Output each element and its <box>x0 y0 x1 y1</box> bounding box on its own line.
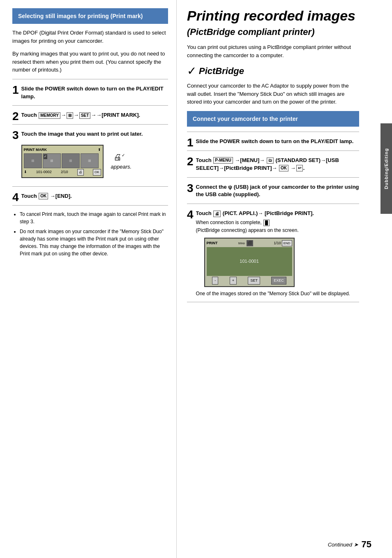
screen-print-mark-label: PRINT MARK <box>24 147 47 153</box>
left-step4-content: Touch OK →[END]. <box>21 192 168 200</box>
left-step2-content: Touch MEMORY→⊞→SET→→[PRINT MARK]. <box>21 111 168 119</box>
left-step1-num: 1 <box>12 84 19 96</box>
right-column: Printing recorded images (PictBridge com… <box>177 0 380 558</box>
pictbridge-connect-icon: █ <box>263 220 270 226</box>
pict-appli-btn: 🖨 <box>213 211 221 217</box>
right-intro: You can print out pictures using a PictB… <box>187 43 359 59</box>
bullet-1: To cancel Print mark, touch the image ag… <box>20 211 168 225</box>
pb-exec-btn: EXEC <box>271 277 286 285</box>
screen-icon-up: ⬆ <box>98 147 101 153</box>
page-title-sub: (PictBridge compliant printer) <box>187 27 359 37</box>
right-step4-after: One of the images stored on the "Memory … <box>196 290 359 297</box>
bullet-list: To cancel Print mark, touch the image ag… <box>12 211 168 257</box>
pictbridge-text: PictBridge <box>199 66 244 76</box>
left-column: Selecting still images for printing (Pri… <box>0 0 177 558</box>
right-step-2: 2 Touch P-MENU →[MENU]→ 🗂 (STANDARD SET)… <box>187 156 359 172</box>
right-section-header: Connect your camcorder to the printer <box>187 111 359 127</box>
right-step3-content: Connect the ψ (USB) jack of your camcord… <box>196 183 359 199</box>
thumb-3: ▦ <box>62 153 80 168</box>
right-step2-content: Touch P-MENU →[MENU]→ 🗂 (STANDARD SET)→[… <box>196 156 359 172</box>
pb-screen-top: PRINT trino ⬛ 1/10 END <box>207 240 292 247</box>
left-step4-num: 4 <box>12 192 19 203</box>
right-step4-content: Touch 🖨 (PICT. APPLI.)→ [PictBridge PRIN… <box>196 209 359 298</box>
screen-code: 101-0002 <box>36 169 52 175</box>
right-step2-num: 2 <box>187 156 194 167</box>
pb-end-btn: END <box>282 240 292 247</box>
left-step3-content: Touch the image that you want to print o… <box>21 130 168 181</box>
left-step-3: 3 Touch the image that you want to print… <box>12 130 168 181</box>
pb-print-label: PRINT <box>207 241 218 246</box>
sidebar-tab: Dubbing/Editing <box>380 123 392 214</box>
right-step-3: 3 Connect the ψ (USB) jack of your camco… <box>187 183 359 199</box>
appears-text: appears. <box>111 163 132 171</box>
right-step1-num: 1 <box>187 137 194 148</box>
screen-icon-down: ⬇ <box>24 169 27 175</box>
right-step-4: 4 Touch 🖨 (PICT. APPLI.)→ [PictBridge PR… <box>187 209 359 298</box>
set-button: SET <box>79 112 90 119</box>
pb-counter: 1/10 <box>274 241 281 246</box>
right-step-1: 1 Slide the POWER switch down to turn on… <box>187 137 359 146</box>
pmenu-button: P-MENU <box>213 157 233 164</box>
page-number: 75 <box>362 539 371 550</box>
print-mark-badge: ✓ <box>44 154 47 159</box>
left-intro-2: By marking images that you want to print… <box>12 50 168 74</box>
screen-ok-btn: OK <box>93 169 101 176</box>
page-footer: Continued ➤ 75 <box>328 539 371 550</box>
left-step1-content: Slide the POWER switch down to turn on t… <box>21 84 168 101</box>
pb-connect-icon: ⬛ <box>247 240 253 246</box>
thumb-2: ▦ ✓ <box>43 153 61 168</box>
pb-plus-btn: + <box>230 277 237 285</box>
right-setup-text: Connect your camcorder to the AC Adaptor… <box>187 82 359 106</box>
screen-image-area: ▦ ▦ ✓ ▦ <box>24 153 101 168</box>
ok-btn-right: OK <box>279 165 288 171</box>
right-step4-note: When connection is complete, █ <box>196 219 270 226</box>
right-step4-num: 4 <box>187 209 194 220</box>
right-step4-note2: (PictBridge connecting) appears on the s… <box>196 227 299 233</box>
left-intro-1: The DPOF (Digital Print Order Format) st… <box>12 29 168 45</box>
pb-screen-mockup: PRINT trino ⬛ 1/10 END 101-0001 <box>204 238 295 287</box>
screen-print-btn: 🖨 <box>77 169 84 176</box>
std-set-icon: 🗂 <box>267 157 274 164</box>
screen-mockup-left: PRINT MARK ⬆ ▦ ▦ <box>21 145 104 178</box>
left-step2-num: 2 <box>12 111 19 122</box>
bullet-2: Do not mark images on your camcorder if … <box>20 228 168 257</box>
memory-button: MEMORY <box>39 112 60 119</box>
sidebar-label: Dubbing/Editing <box>384 148 389 189</box>
right-step3-num: 3 <box>187 183 194 194</box>
screen-count: 2/10 <box>61 169 68 175</box>
pictbridge-icon: ✓ <box>187 64 196 78</box>
pictbridge-logo: ✓ PictBridge <box>187 64 359 78</box>
grid-button: ⊞ <box>67 112 73 119</box>
pb-title-trino: trino <box>238 241 245 246</box>
left-step-4: 4 Touch OK →[END]. <box>12 192 168 200</box>
ok-button-step4: OK <box>39 193 48 199</box>
screen-bottom-bar: ⬇ 101-0002 2/10 🖨 OK <box>24 169 101 176</box>
left-step-2: 2 Touch MEMORY→⊞→SET→→[PRINT MARK]. <box>12 111 168 119</box>
right-step1-content: Slide the POWER switch down to turn on t… <box>196 137 359 146</box>
left-step-1: 1 Slide the POWER switch down to turn on… <box>12 84 168 101</box>
left-section-header: Selecting still images for printing (Pri… <box>12 8 168 24</box>
thumb-4: ▦ <box>81 153 99 168</box>
back-btn: ↩ <box>296 165 303 171</box>
pb-img-code: 101-0001 <box>240 258 259 265</box>
continued-text: Continued ➤ <box>328 542 358 548</box>
pb-screen-image: 101-0001 <box>207 247 292 276</box>
pb-screen-buttons: - + SET EXEC <box>207 277 292 285</box>
pb-minus-btn: - <box>212 277 218 285</box>
thumb-1: ▦ <box>24 153 42 168</box>
page-title: Printing recorded images <box>187 8 359 23</box>
print-mark-symbol: 🖨✓ <box>113 151 125 163</box>
left-step3-num: 3 <box>12 130 19 141</box>
pb-set-btn: SET <box>248 277 260 285</box>
